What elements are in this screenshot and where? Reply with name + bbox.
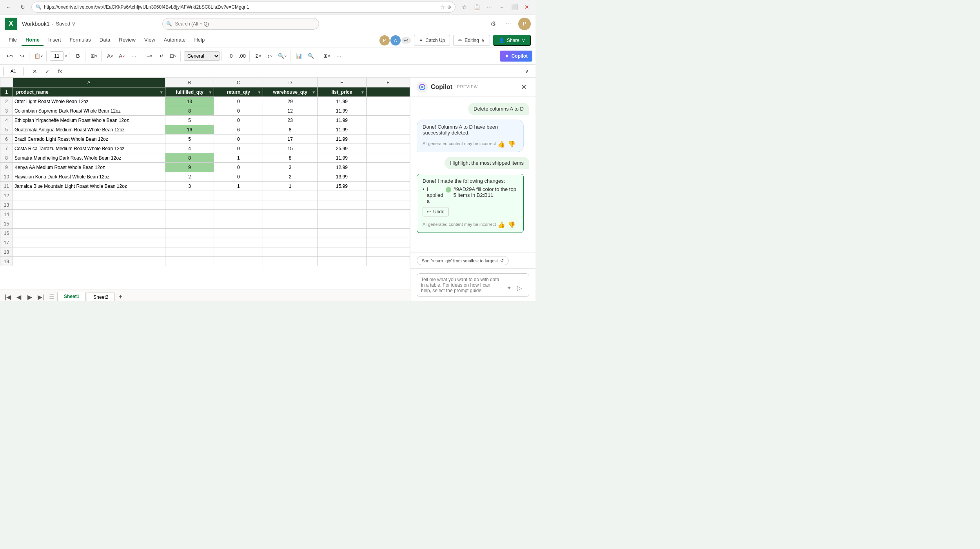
empty-cell[interactable] xyxy=(214,191,263,200)
row-num[interactable]: 11 xyxy=(0,182,13,191)
minimize-btn[interactable]: − xyxy=(496,2,507,13)
empty-cell[interactable] xyxy=(263,229,318,238)
empty-cell[interactable] xyxy=(165,200,214,210)
sort-button[interactable]: ↕∨ xyxy=(265,51,276,62)
empty-cell[interactable] xyxy=(318,200,367,210)
cell[interactable] xyxy=(366,172,410,182)
cell[interactable]: Colombian Supremo Dark Roast Whole Bean … xyxy=(13,106,165,116)
empty-cell[interactable] xyxy=(366,229,410,238)
cell[interactable]: Hawaiian Kona Dark Roast Whole Bean 12oz xyxy=(13,172,165,182)
suggestion-chip-1[interactable]: Sort 'return_qty' from smallest to large… xyxy=(417,256,509,265)
merge-button[interactable]: ⊡∨ xyxy=(168,51,179,62)
copilot-toolbar-button[interactable]: ✦ Copilot xyxy=(500,51,532,62)
share-button[interactable]: 👤 Share ∨ xyxy=(493,35,531,46)
empty-cell[interactable] xyxy=(263,191,318,200)
cell[interactable]: 8 xyxy=(165,106,214,116)
search-input[interactable] xyxy=(162,18,319,30)
cell[interactable] xyxy=(366,135,410,144)
cell-reference[interactable]: A1 xyxy=(3,67,24,76)
cell[interactable]: 13 xyxy=(165,97,214,106)
nav-next-btn[interactable]: ▶ xyxy=(25,292,34,301)
cell[interactable]: 11.99 xyxy=(318,97,367,106)
col-header-b[interactable]: B xyxy=(165,78,214,87)
find-button[interactable]: 🔍∨ xyxy=(276,51,289,62)
empty-cell[interactable] xyxy=(366,200,410,210)
saved-button[interactable]: Saved ∨ xyxy=(56,21,76,27)
send-button[interactable]: ▷ xyxy=(514,282,525,293)
tab-review[interactable]: Review xyxy=(115,35,140,46)
formula-input[interactable] xyxy=(68,67,518,76)
cell[interactable] xyxy=(366,163,410,172)
bold-button[interactable]: B xyxy=(73,51,83,62)
wrap-button[interactable]: ↵ xyxy=(156,51,167,62)
cell[interactable]: 11.99 xyxy=(318,106,367,116)
row-num[interactable]: 2 xyxy=(0,97,13,106)
align-button[interactable]: ≡∨ xyxy=(144,51,155,62)
cell[interactable]: 0 xyxy=(214,163,263,172)
cell[interactable]: 8 xyxy=(165,153,214,163)
increase-decimal-btn[interactable]: .00 xyxy=(237,51,248,62)
conditional-format-btn[interactable]: 📊 xyxy=(294,51,305,62)
cancel-formula-btn[interactable]: ✕ xyxy=(30,67,40,76)
cell[interactable]: 1 xyxy=(263,182,318,191)
cell[interactable]: 0 xyxy=(214,116,263,125)
filter-btn[interactable]: 🔍 xyxy=(305,51,316,62)
undo-button[interactable]: ↩ Undo xyxy=(423,207,449,216)
thumbdown-1[interactable]: 👎 xyxy=(508,140,515,148)
clipboard-button[interactable]: 📋∨ xyxy=(33,51,45,62)
cell[interactable]: 0 xyxy=(214,97,263,106)
cell[interactable] xyxy=(366,144,410,153)
avatar[interactable]: P xyxy=(518,18,531,30)
sum-button[interactable]: Σ∨ xyxy=(253,51,264,62)
cell[interactable]: 11.99 xyxy=(318,116,367,125)
cell[interactable]: 8 xyxy=(263,125,318,135)
cell[interactable]: 23 xyxy=(263,116,318,125)
cell[interactable]: 2 xyxy=(165,172,214,182)
empty-cell[interactable] xyxy=(263,247,318,257)
empty-cell[interactable] xyxy=(366,247,410,257)
cell[interactable] xyxy=(366,153,410,163)
more-btn2[interactable]: ⋯ xyxy=(333,51,344,62)
filter-icon-c[interactable]: ▼ xyxy=(257,90,261,94)
editing-button[interactable]: ✏ Editing ∨ xyxy=(453,35,490,46)
filter-icon-a[interactable]: ▼ xyxy=(160,90,163,94)
thumbup-2[interactable]: 👍 xyxy=(497,221,505,229)
empty-cell[interactable] xyxy=(165,229,214,238)
row-num[interactable]: 15 xyxy=(0,219,13,229)
cell[interactable]: Guatemala Antigua Medium Roast Whole Bea… xyxy=(13,125,165,135)
empty-cell[interactable] xyxy=(318,247,367,257)
empty-cell[interactable] xyxy=(318,229,367,238)
nav-first-btn[interactable]: |◀ xyxy=(3,292,13,301)
refresh-button[interactable]: ↻ xyxy=(17,2,28,13)
font-size-input[interactable] xyxy=(50,51,64,61)
cell[interactable]: 17 xyxy=(263,135,318,144)
header-warehouse-qty[interactable]: warehouse_qty ▼ xyxy=(263,87,318,97)
sheet-tab-1[interactable]: Sheet1 xyxy=(57,292,86,301)
cell[interactable] xyxy=(366,125,410,135)
row-num[interactable]: 7 xyxy=(0,144,13,153)
empty-cell[interactable] xyxy=(165,257,214,266)
empty-cell[interactable] xyxy=(214,238,263,247)
add-sheet-btn[interactable]: + xyxy=(116,292,125,301)
cell[interactable]: Otter Light Roast Whole Bean 12oz xyxy=(13,97,165,106)
empty-cell[interactable] xyxy=(366,219,410,229)
font-color-button[interactable]: A∨ xyxy=(116,51,127,62)
decrease-decimal-btn[interactable]: .0 xyxy=(225,51,236,62)
cell[interactable]: 11.99 xyxy=(318,135,367,144)
empty-cell[interactable] xyxy=(366,257,410,266)
row-num[interactable]: 10 xyxy=(0,172,13,182)
col-header-e[interactable]: E xyxy=(318,78,367,87)
maximize-btn[interactable]: ⬜ xyxy=(509,2,520,13)
tab-file[interactable]: File xyxy=(5,35,21,46)
empty-cell[interactable] xyxy=(263,257,318,266)
tab-automate[interactable]: Automate xyxy=(160,35,190,46)
empty-cell[interactable] xyxy=(214,210,263,219)
insert-function-btn[interactable]: fx xyxy=(55,67,65,76)
header-fullfilled-qty[interactable]: fullfilled_qty ▼ xyxy=(165,87,214,97)
cell[interactable]: 2 xyxy=(263,172,318,182)
row-num[interactable]: 18 xyxy=(0,247,13,257)
sheet-tab-2[interactable]: Sheet2 xyxy=(87,293,115,301)
cell[interactable]: 3 xyxy=(165,182,214,191)
empty-cell[interactable] xyxy=(13,247,165,257)
empty-cell[interactable] xyxy=(13,257,165,266)
